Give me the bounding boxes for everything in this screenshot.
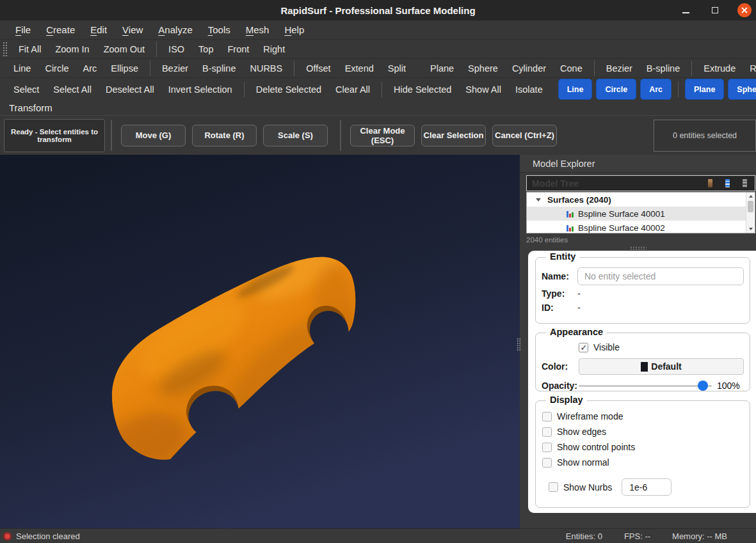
toolbar-item-bezier[interactable]: Bezier: [599, 63, 639, 74]
collapse-triangle-icon[interactable]: [536, 198, 541, 201]
color-swatch: [641, 362, 648, 372]
transform-clear-mode-esc[interactable]: Clear Mode (ESC): [350, 125, 415, 146]
color-label: Color:: [542, 361, 579, 372]
maximize-icon[interactable]: [708, 3, 722, 17]
id-value: -: [577, 303, 581, 313]
toolbar-item-b-spline[interactable]: B-spline: [639, 63, 687, 74]
tree-tool-icon-3[interactable]: [743, 179, 747, 187]
opacity-slider[interactable]: [579, 381, 712, 391]
menu-item-tools[interactable]: Tools: [200, 24, 238, 35]
minimize-icon[interactable]: [679, 3, 693, 17]
menu-item-create[interactable]: Create: [38, 24, 83, 35]
toolbar-item-front[interactable]: Front: [220, 44, 256, 54]
show-nurbs-checkbox[interactable]: [549, 482, 558, 492]
toolbar-separator: [156, 42, 157, 57]
toolbar-item-extrude[interactable]: Extrude: [696, 63, 743, 74]
toolbar-separator: [150, 61, 150, 76]
toolbar-item-zoom-in[interactable]: Zoom In: [48, 44, 96, 54]
toolbar-item-b-spline[interactable]: B-spline: [195, 63, 243, 74]
nurbs-tolerance-input[interactable]: [622, 478, 672, 496]
toolbar-item-bezier[interactable]: Bezier: [155, 63, 195, 74]
toolbar-item-extend[interactable]: Extend: [338, 63, 381, 74]
menu-item-mesh[interactable]: Mesh: [238, 24, 277, 35]
quick-create-arc[interactable]: Arc: [640, 79, 672, 100]
toolbar-item-select-all[interactable]: Select All: [46, 84, 99, 95]
menu-item-file[interactable]: File: [8, 24, 38, 35]
toolbar-item-invert-selection[interactable]: Invert Selection: [161, 84, 239, 95]
toolbar-grip-icon[interactable]: [3, 42, 8, 57]
scrollbar-thumb[interactable]: [748, 201, 753, 212]
transform-rotate-r[interactable]: Rotate (R): [192, 125, 257, 146]
quick-create-plane[interactable]: Plane: [685, 79, 724, 100]
menu-item-view[interactable]: View: [115, 24, 150, 35]
entity-group: Entity Name: Type: - ID: -: [535, 257, 750, 324]
tree-scrollbar[interactable]: [746, 193, 755, 233]
menu-item-help[interactable]: Help: [277, 24, 312, 35]
toolbar-item-isolate[interactable]: Isolate: [508, 84, 550, 95]
view-toolbar-row: Fit AllZoom InZoom OutISOTopFrontRight: [0, 40, 756, 59]
scroll-up-icon[interactable]: [746, 193, 755, 200]
slider-handle[interactable]: [698, 381, 708, 391]
entity-name-input[interactable]: [577, 267, 744, 285]
appearance-group: Appearance Visible Color: Default Opacit…: [535, 333, 750, 391]
tree-item-bspline-surface-40002[interactable]: Bspline Surface 40002: [527, 221, 746, 233]
tree-item-bspline-surface-40001[interactable]: Bspline Surface 40001: [527, 207, 746, 221]
transform-cancel-ctrl-z[interactable]: Cancel (Ctrl+Z): [492, 125, 557, 146]
toolbar-item-clear-all[interactable]: Clear All: [328, 84, 377, 95]
show-edges-checkbox[interactable]: [542, 427, 552, 437]
toolbar-item-nurbs[interactable]: NURBS: [243, 63, 289, 74]
panel-splitter-handle[interactable]: [517, 338, 522, 352]
toolbar-item-fit-all[interactable]: Fit All: [12, 44, 48, 54]
toolbar-item-show-all[interactable]: Show All: [458, 84, 508, 95]
toolbar-item-zoom-out[interactable]: Zoom Out: [97, 44, 152, 54]
transform-clear-selection[interactable]: Clear Selection: [421, 125, 486, 146]
quick-create-circle[interactable]: Circle: [596, 79, 636, 100]
tree-tool-icon-1[interactable]: [708, 179, 712, 187]
toolbar-item-sphere[interactable]: Sphere: [461, 63, 505, 74]
close-icon[interactable]: [737, 3, 752, 17]
scroll-down-icon[interactable]: [746, 225, 755, 233]
visible-checkbox[interactable]: [579, 343, 588, 352]
toolbar-item-split[interactable]: Split: [381, 63, 413, 74]
toolbar-item-cylinder[interactable]: Cylinder: [505, 63, 553, 74]
toolbar-item-delete-selected[interactable]: Delete Selected: [249, 84, 328, 95]
toolbar-item-right[interactable]: Right: [256, 44, 292, 54]
status-target-icon: [3, 532, 12, 540]
toolbar-item-ellipse[interactable]: Ellipse: [104, 63, 145, 74]
toolbar-item-iso[interactable]: ISO: [161, 44, 191, 54]
toolbar-item-hide-selected[interactable]: Hide Selected: [387, 84, 458, 95]
toolbar-item-cone[interactable]: Cone: [553, 63, 590, 74]
show-normal-checkbox[interactable]: [542, 458, 552, 468]
toolbar-item-arc[interactable]: Arc: [76, 63, 104, 74]
color-picker-button[interactable]: Default: [579, 358, 744, 375]
quick-create-line[interactable]: Line: [558, 79, 593, 100]
wireframe-mode-checkbox[interactable]: [542, 412, 552, 421]
wireframe-mode-label: Wireframe mode: [557, 411, 623, 421]
right-panel: Model Explorer Model Tree Surfaces (2040…: [520, 155, 756, 528]
viewport-3d[interactable]: [0, 155, 520, 528]
tree-tool-icon-2[interactable]: [725, 179, 730, 187]
tree-props-splitter[interactable]: [520, 245, 756, 251]
quick-create-sphere[interactable]: Sphere: [728, 79, 756, 100]
menu-item-edit[interactable]: Edit: [83, 24, 115, 35]
toolbar-item-offset[interactable]: Offset: [299, 63, 337, 74]
toolbar-separator: [294, 61, 294, 76]
show-control-points-checkbox[interactable]: [542, 443, 552, 452]
toolbar-item-top[interactable]: Top: [191, 44, 220, 54]
toolbar-item-revolve[interactable]: Revolve: [743, 63, 756, 74]
toolbar-separator: [678, 82, 679, 97]
id-label: ID:: [542, 303, 577, 313]
model-tree-toolbar: Model Tree: [526, 175, 755, 191]
toolbar-item-deselect-all[interactable]: Deselect All: [99, 84, 161, 95]
tree-group-surfaces[interactable]: Surfaces (2040): [527, 193, 746, 207]
toolbar-item-circle[interactable]: Circle: [38, 63, 76, 74]
toolbar-item-select[interactable]: Select: [6, 84, 46, 95]
toolbar-item-line[interactable]: Line: [6, 63, 38, 74]
menubar: FileCreateEditViewAnalyzeToolsMeshHelp: [0, 20, 756, 40]
menu-item-analyze[interactable]: Analyze: [150, 24, 200, 35]
transform-title: Transform: [0, 100, 756, 116]
toolbar-item-plane[interactable]: Plane: [423, 63, 461, 74]
transform-move-g[interactable]: Move (G): [121, 125, 186, 146]
transform-scale-s[interactable]: Scale (S): [263, 125, 328, 146]
surface-toolbar: PlaneSphereCylinderConeBezierB-splineExt…: [423, 61, 756, 76]
